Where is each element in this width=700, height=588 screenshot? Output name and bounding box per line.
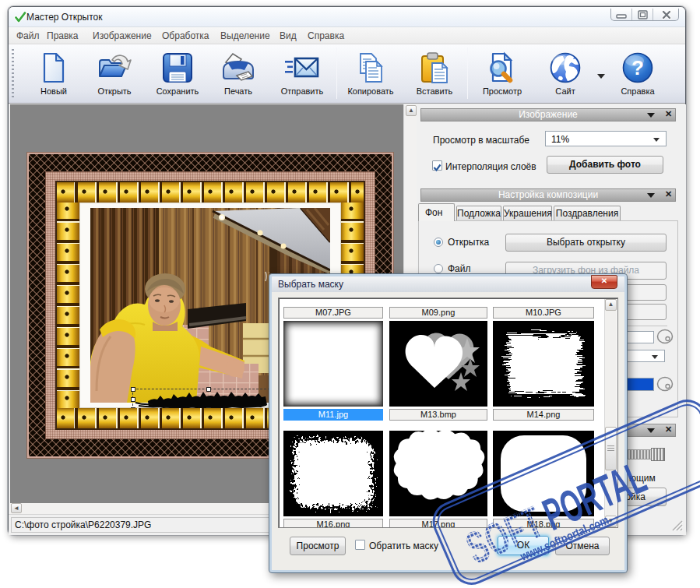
svg-text:?: ? xyxy=(631,56,644,79)
